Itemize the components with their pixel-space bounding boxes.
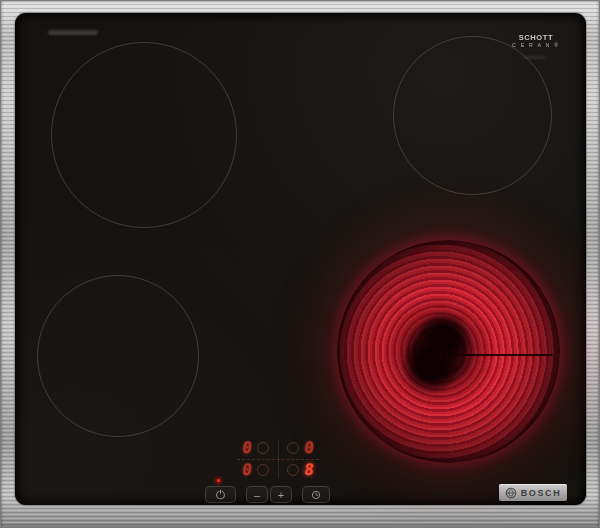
on-indicator-led: [217, 479, 220, 482]
plus-label: +: [278, 489, 284, 501]
rear-right-power-digit: 0: [303, 440, 315, 456]
burner-element-center-tick: [440, 348, 442, 361]
power-button[interactable]: [205, 486, 236, 503]
zone-rear-right-ring: [393, 36, 552, 195]
glass-sub-label: [523, 56, 545, 59]
zone-rear-left-ring: [51, 42, 237, 228]
zone-display-cluster: 0 0 0 8: [233, 437, 323, 480]
bosch-brand-badge: BOSCH: [499, 484, 567, 501]
model-number-label: [48, 30, 98, 35]
front-left-zone-icon: [257, 464, 269, 476]
burner-element-divider-line: [442, 354, 554, 356]
rear-right-zone-icon: [287, 442, 299, 454]
front-left-power-digit: 0: [241, 462, 253, 478]
bosch-brand-text: BOSCH: [521, 488, 562, 498]
power-decrease-button[interactable]: –: [246, 486, 268, 503]
zone-front-left-ring: [37, 275, 199, 437]
front-right-zone-icon: [287, 464, 299, 476]
front-right-power-digit: 8: [303, 462, 315, 478]
power-icon: [215, 489, 226, 500]
zone-select-rear-left[interactable]: 0: [233, 437, 278, 458]
timer-icon: [311, 490, 321, 500]
zone-select-front-right[interactable]: 8: [278, 459, 323, 480]
schott-ceran-logo: SCHOTT C E R A N ®: [510, 33, 562, 48]
rear-left-power-digit: 0: [241, 440, 253, 456]
minus-label: –: [254, 489, 260, 501]
cooktop: SCHOTT C E R A N ® 0 0 0 8: [0, 0, 600, 528]
zone-select-front-left[interactable]: 0: [233, 459, 278, 480]
bosch-logo-icon: [505, 487, 517, 499]
zone-select-rear-right[interactable]: 0: [278, 437, 323, 458]
zone-front-right-burner-active: [337, 240, 560, 463]
schott-logo-line2: C E R A N ®: [510, 42, 562, 48]
schott-logo-line1: SCHOTT: [510, 33, 562, 42]
ceramic-glass-surface: SCHOTT C E R A N ® 0 0 0 8: [15, 13, 586, 505]
timer-button[interactable]: [302, 486, 330, 503]
rear-left-zone-icon: [257, 442, 269, 454]
power-increase-button[interactable]: +: [270, 486, 292, 503]
